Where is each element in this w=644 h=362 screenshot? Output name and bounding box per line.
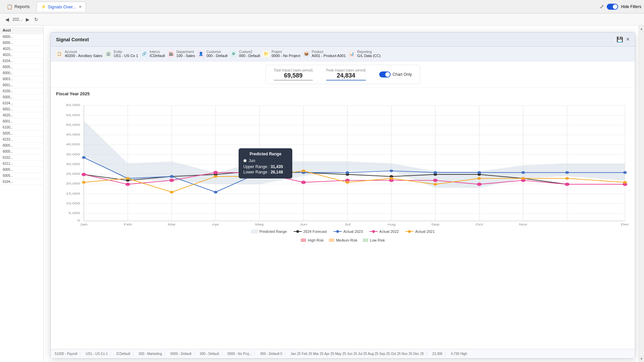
tooltip-lower-label: Lower Range: [243, 170, 267, 174]
actual2023-dot-mar: [170, 175, 174, 178]
bottom-row-item-9: 23,306: [432, 352, 446, 356]
actual2023-dot-jan: [82, 156, 86, 159]
modal-close-button[interactable]: ×: [626, 36, 630, 43]
hide-filters-toggle[interactable]: [607, 4, 618, 10]
legend-predicted-range: Predicted Range: [251, 229, 287, 234]
tab-signals-label: Signals Over...: [48, 4, 77, 9]
risk-high-label: High Risk: [308, 238, 324, 242]
svg-text:50,000: 50,000: [66, 123, 81, 126]
refresh-button[interactable]: ↻: [33, 15, 40, 23]
tab-close-button[interactable]: ×: [79, 4, 82, 9]
tab-reports-label: Reports: [14, 4, 30, 9]
scroll-up[interactable]: ▲: [639, 25, 644, 32]
peak-impact-value: 24,834: [326, 72, 366, 81]
filter-department-icon: 🏬: [168, 51, 175, 57]
svg-text:5,000: 5,000: [68, 211, 80, 215]
reports-tab-icon: 📋: [7, 4, 12, 9]
svg-text:Jun: Jun: [300, 222, 307, 226]
left-panel-row: 6002...: [0, 106, 43, 112]
bottom-row-item-10: 4,730 High: [451, 352, 467, 356]
svg-text:Aug: Aug: [387, 222, 396, 226]
svg-text:60,000: 60,000: [66, 103, 81, 107]
filter-account[interactable]: 📋 Account 40200 - Ancillary Sales: [56, 50, 102, 58]
nav-forward-button[interactable]: ▶: [24, 15, 31, 23]
nav-back-button[interactable]: ◀: [4, 15, 10, 23]
left-panel-row: 6104...: [0, 58, 43, 64]
bottom-row-item-8: Jan 25 Feb 25 Mar 25 Apr 25 May 25 Jun 2…: [291, 352, 427, 356]
svg-text:Oct: Oct: [476, 222, 483, 226]
tab-reports[interactable]: 📋 Reports: [3, 2, 34, 11]
modal-header-right: 💾 ×: [616, 36, 630, 43]
actual2023-dot-jul: [346, 171, 349, 174]
filter-project-value: 0000 - No Project: [271, 54, 300, 58]
filter-custom2-label: Custom2: [239, 50, 260, 54]
svg-text:Jul: Jul: [344, 222, 350, 226]
svg-text:Jan: Jan: [80, 222, 88, 226]
tooltip-month: Jun: [243, 158, 288, 163]
modal-title: Signal Context: [56, 37, 89, 42]
tooltip-upper-label: Upper Range: [243, 164, 267, 169]
bottom-row-item-4: 0000 - Default: [170, 352, 195, 356]
signals-tab-icon: ⚡: [41, 4, 46, 9]
filter-custom2[interactable]: ⚙ Custom2 000 - Default: [230, 50, 260, 58]
filter-customer[interactable]: 👤 Customer 000 - Default: [198, 50, 228, 58]
stats-row: Total Impact (open period) 69,589 Peak I…: [51, 61, 635, 88]
bottom-row-item-6: 0000 - No Proj...: [228, 352, 255, 356]
legend-actual-2022: Actual 2022: [369, 229, 399, 234]
filter-product[interactable]: 📦 Product A001 - Product A001: [303, 50, 346, 58]
context-filters: 📋 Account 40200 - Ancillary Sales 🏢 Enti…: [51, 47, 635, 61]
filter-entity-value: US1 - US Co 1: [114, 54, 138, 58]
bottom-row-item-1: US1 - US Co 1: [86, 352, 111, 356]
actual2021-dot-nov: [521, 177, 525, 180]
scroll-down[interactable]: ▼: [639, 356, 644, 362]
top-bar: 📋 Reports ⚡ Signals Over... × ⤢ Hide Fil…: [0, 0, 644, 13]
legend-actual-2021: Actual 2021: [405, 229, 435, 234]
actual2023-dot-apr: [214, 191, 217, 194]
bottom-row-item-7: 000 - Default 0: [260, 352, 285, 356]
predicted-range-area: [84, 120, 625, 188]
risk-low-label: Low Risk: [370, 238, 385, 242]
svg-text:May: May: [255, 222, 264, 226]
legend-forecast-2024-label: 2024 Forecast: [303, 229, 327, 234]
legend-actual-2023-label: Actual 2023: [343, 229, 363, 234]
top-right-controls: ⤢ Hide Filters: [600, 3, 641, 10]
filter-entity-icon: 🏢: [105, 51, 112, 57]
chart-only-toggle[interactable]: [379, 71, 391, 77]
left-panel-row: 5005...: [0, 131, 43, 137]
tab-signals[interactable]: ⚡ Signals Over... ×: [37, 2, 86, 11]
actual2023-dot-aug: [390, 169, 393, 172]
actual2021-dot-end: [623, 181, 627, 184]
svg-text:15,000: 15,000: [66, 192, 81, 195]
bottom-row-item-5: 000 - Default: [200, 352, 222, 356]
actual2021-dot-apr: [214, 175, 217, 178]
legend-actual-2022-label: Actual 2022: [379, 229, 399, 234]
filter-project[interactable]: 📁 Project 0000 - No Project: [263, 50, 300, 58]
filter-interco[interactable]: 🔗 Interco ICDefault: [141, 50, 165, 58]
chart-tooltip: Predicted Range Jun Upper Range : 31,435…: [239, 148, 292, 178]
svg-text:Dec: Dec: [621, 222, 629, 226]
filter-reporting-label: Reporting: [357, 50, 381, 54]
bottom-row-item-0: 51000 - Payroll: [55, 352, 80, 356]
filter-reporting[interactable]: 📊 Reporting G/L Data (CC): [348, 50, 381, 58]
legend-forecast-line: [294, 231, 302, 232]
filter-custom2-icon: ⚙: [230, 51, 237, 57]
filter-department[interactable]: 🏬 Department 100 - Sales: [168, 50, 195, 58]
filter-interco-value: ICDefault: [150, 54, 165, 58]
svg-text:35,000: 35,000: [66, 152, 81, 156]
expand-button[interactable]: ⤢: [600, 3, 604, 10]
actual2022-dot-apr: [213, 171, 218, 174]
chart-title: Fiscal Year 2025: [56, 91, 630, 96]
filter-entity[interactable]: 🏢 Entity US1 - US Co 1: [105, 50, 138, 58]
chart-legend: Predicted Range 2024 Forecast Actual 202…: [56, 227, 630, 236]
risk-high: High Risk: [301, 238, 324, 242]
peak-impact-stat: Peak Impact (open period) 24,834: [326, 68, 366, 81]
actual2023-dot-oct: [478, 171, 481, 174]
legend-actual-2021-line: [405, 231, 413, 232]
bottom-row-item-2: ICDefault: [116, 352, 133, 356]
left-panel-row: 5005...: [0, 173, 43, 179]
signal-context-modal: Signal Context 💾 × 📋 Account 40200 - Anc…: [50, 32, 635, 359]
left-panel-row: 6000...: [0, 40, 43, 46]
modal-save-button[interactable]: 💾: [616, 36, 623, 43]
legend-actual-2023: Actual 2023: [334, 229, 363, 234]
filter-product-icon: 📦: [303, 51, 310, 57]
